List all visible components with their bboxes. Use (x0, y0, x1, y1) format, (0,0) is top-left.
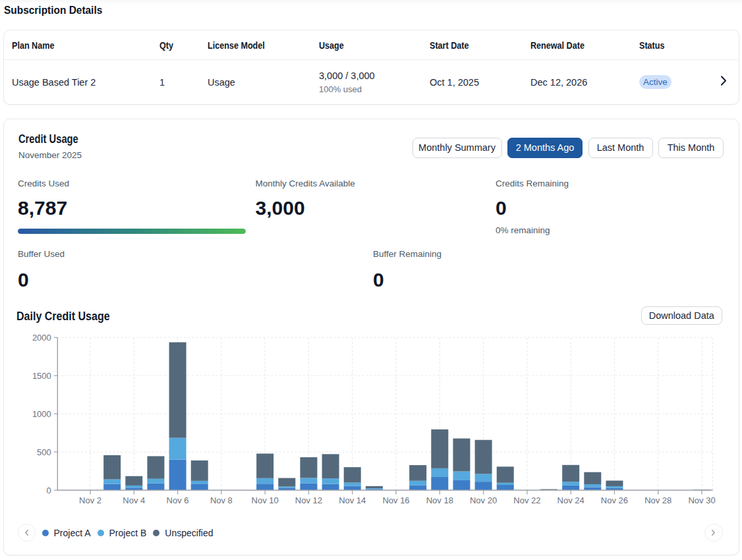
y-axis-tick-label: 2000 (32, 333, 51, 343)
column-header-license-model: License Model (208, 40, 301, 51)
page: Subscription Details Plan NameQtyLicense… (0, 0, 742, 555)
bar-segment (562, 486, 579, 490)
x-axis-tick-label: Nov 16 (382, 495, 409, 505)
subscription-table-header: Plan NameQtyLicense ModelUsageStart Date… (4, 30, 739, 60)
bar-segment (125, 476, 142, 486)
legend-dot (42, 530, 49, 536)
x-axis-tick-label: Nov 24 (557, 495, 585, 505)
x-axis-tick-label: Nov 22 (513, 495, 540, 505)
column-header-plan-name: Plan Name (12, 40, 136, 51)
column-header-status: Status (639, 40, 708, 51)
legend-prev-button[interactable] (18, 524, 36, 542)
bar-segment (169, 343, 186, 438)
bar-segment (584, 484, 601, 487)
bar-segment (453, 439, 470, 472)
legend-item-project-b[interactable]: Project B (98, 528, 147, 538)
y-axis-tick-label: 1500 (32, 371, 51, 381)
chevron-left-icon (25, 530, 28, 536)
bar-segment (322, 484, 339, 490)
bar-segment (256, 478, 273, 484)
bar-segment (497, 483, 514, 485)
buffer-remaining-stat: Buffer Remaining 0 (373, 249, 602, 291)
bar-segment (366, 488, 383, 489)
buffer-remaining-label: Buffer Remaining (373, 249, 602, 260)
status-cell: Active (639, 75, 721, 89)
x-axis-tick-label: Nov 8 (210, 495, 233, 505)
x-axis-tick-label: Nov 28 (644, 495, 671, 505)
license-model-cell: Usage (208, 77, 319, 88)
credits-used-progress-fill (18, 229, 246, 235)
page-title: Subscription Details (4, 5, 102, 16)
bar-segment (300, 457, 317, 478)
bar-segment (584, 472, 601, 484)
column-header-renewal-date: Renewal Date (530, 40, 622, 51)
bar-segment (191, 484, 208, 490)
bar-segment (409, 481, 426, 486)
period-button-2-months-ago[interactable]: 2 Months Ago (507, 138, 583, 158)
buffer-used-stat: Buffer Used 0 (18, 249, 246, 291)
subscription-table-row[interactable]: Usage Based Tier 2 1 Usage 3,000 / 3,000… (4, 60, 739, 104)
usage-cell: 3,000 / 3,000 100% used (319, 70, 430, 94)
bar-segment (475, 474, 492, 482)
bar-segment (475, 482, 492, 490)
bar-segment (322, 478, 339, 484)
bar-segment (322, 454, 339, 478)
plan-name-cell: Usage Based Tier 2 (12, 77, 159, 88)
qty-cell: 1 (159, 77, 208, 88)
x-axis-tick-label: Nov 6 (167, 495, 189, 505)
bar-segment (169, 438, 186, 460)
bar-segment (431, 477, 448, 490)
bar-segment (300, 483, 317, 490)
bar-segment (125, 486, 142, 488)
bar-segment (344, 486, 361, 490)
bar-segment (344, 467, 361, 482)
x-axis-tick-label: Nov 14 (339, 495, 366, 505)
credits-used-value: 8,787 (18, 197, 246, 219)
legend-label: Project B (109, 528, 147, 538)
column-header-qty: Qty (159, 40, 200, 51)
bar-segment (103, 480, 121, 484)
chevron-right-icon (721, 76, 726, 86)
bar-segment (606, 481, 623, 486)
period-button-last-month[interactable]: Last Month (588, 138, 653, 158)
x-axis-tick-label: Nov 4 (123, 495, 145, 505)
start-date-cell: Oct 1, 2025 (430, 77, 530, 88)
usage-percent: 100% used (319, 84, 430, 94)
legend-item-unspecified[interactable]: Unspecified (153, 528, 213, 538)
bar-segment (409, 486, 426, 490)
credits-used-progressbar (18, 229, 246, 235)
bar-segment (497, 485, 514, 490)
bar-segment (497, 466, 514, 482)
credits-remaining-label: Credits Remaining (496, 179, 724, 189)
legend-label: Unspecified (165, 528, 213, 538)
y-axis-tick-label: 500 (37, 447, 51, 457)
credit-usage-card: Credit Usage November 2025 Monthly Summa… (3, 119, 739, 555)
legend-next-button[interactable] (704, 524, 723, 542)
bar-segment (256, 484, 273, 490)
bar-segment (344, 483, 361, 486)
x-axis-tick-label: Nov 30 (688, 495, 715, 505)
bar-segment (103, 455, 121, 480)
legend-item-project-a[interactable]: Project A (42, 528, 91, 538)
bar-segment (431, 468, 448, 477)
y-axis-tick-label: 1000 (32, 409, 51, 419)
credit-usage-title: Credit Usage (18, 132, 78, 146)
monthly-credits-value: 3,000 (256, 197, 484, 219)
period-button-this-month[interactable]: This Month (658, 138, 724, 158)
monthly-credits-label: Monthly Credits Available (256, 179, 484, 189)
credits-remaining-stat: Credits Remaining 0 0% remaining (496, 179, 724, 236)
bar-segment (147, 484, 164, 490)
bar-segment (453, 480, 470, 490)
period-button-monthly-summary[interactable]: Monthly Summary (413, 138, 502, 158)
monthly-credits-stat: Monthly Credits Available 3,000 (256, 179, 484, 219)
bar-segment (278, 478, 295, 487)
bar-segment (191, 461, 208, 481)
usage-value: 3,000 / 3,000 (319, 70, 430, 81)
x-axis-tick-label: Nov 18 (426, 495, 453, 505)
row-expand-control[interactable] (721, 76, 739, 86)
bar-segment (366, 486, 383, 488)
status-badge: Active (639, 75, 671, 89)
download-data-button[interactable]: Download Data (641, 306, 722, 325)
daily-usage-title: Daily Credit Usage (16, 309, 110, 323)
credits-remaining-percent: 0% remaining (496, 225, 724, 236)
